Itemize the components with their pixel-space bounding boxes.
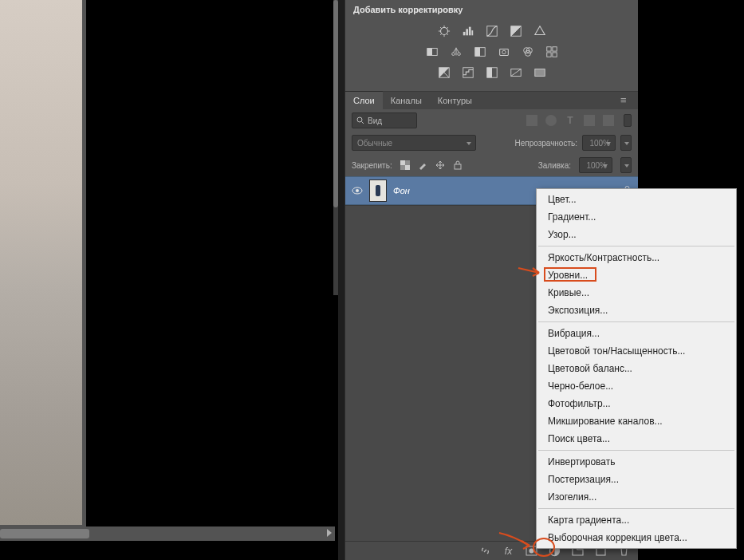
- vibrance-icon[interactable]: [531, 23, 549, 39]
- menu-curves[interactable]: Кривые...: [537, 284, 736, 302]
- menu-invert[interactable]: Инвертировать: [537, 453, 736, 471]
- layer-visibility-icon[interactable]: [352, 187, 363, 195]
- svg-rect-19: [546, 47, 550, 51]
- hscroll-thumb[interactable]: [0, 529, 89, 538]
- menu-brightness-contrast[interactable]: Яркость/Контрастность...: [537, 249, 736, 266]
- layer-filter-label: Вид: [368, 116, 382, 125]
- lock-all-icon[interactable]: [453, 160, 463, 170]
- layer-thumbnail[interactable]: [369, 179, 387, 202]
- levels-icon[interactable]: [459, 23, 477, 39]
- opacity-value: 100%: [589, 139, 610, 148]
- layer-filter-row: Вид T: [345, 109, 638, 132]
- svg-rect-35: [455, 164, 461, 169]
- svg-rect-8: [427, 49, 431, 56]
- svg-rect-1: [463, 32, 465, 35]
- tab-layers[interactable]: Слои: [345, 92, 383, 109]
- svg-point-9: [451, 53, 455, 56]
- menu-color-balance[interactable]: Цветовой баланс...: [537, 360, 736, 377]
- fill-flyout-button[interactable]: [620, 157, 632, 173]
- document-photo: [0, 0, 82, 525]
- link-layers-icon[interactable]: [479, 545, 491, 557]
- svg-rect-33: [405, 160, 410, 165]
- canvas-area: [0, 0, 338, 560]
- svg-rect-24: [463, 68, 472, 77]
- filter-type-icon[interactable]: T: [565, 115, 576, 126]
- svg-rect-26: [486, 68, 491, 77]
- fill-label: Заливка:: [538, 161, 571, 170]
- svg-point-10: [457, 53, 460, 56]
- panel-separator[interactable]: [338, 0, 344, 560]
- lock-label: Закрепить:: [352, 161, 392, 170]
- filter-smart-icon[interactable]: [603, 115, 614, 126]
- tab-paths[interactable]: Контуры: [430, 92, 480, 109]
- document-viewport[interactable]: [0, 0, 86, 541]
- menu-photo-filter[interactable]: Фотофильтр...: [537, 395, 736, 412]
- svg-rect-31: [400, 160, 405, 165]
- svg-rect-32: [405, 165, 410, 170]
- menu-exposure[interactable]: Экспозиция...: [537, 302, 736, 319]
- opacity-label: Непрозрачность:: [514, 139, 577, 148]
- lock-pixels-icon[interactable]: [418, 160, 427, 170]
- svg-rect-20: [552, 47, 556, 51]
- hue-saturation-icon[interactable]: [423, 44, 441, 60]
- filter-adjustment-icon[interactable]: [545, 115, 557, 126]
- invert-icon[interactable]: [435, 65, 453, 81]
- fill-value: 100%: [586, 161, 607, 170]
- menu-hue-saturation[interactable]: Цветовой тон/Насыщенность...: [537, 342, 736, 360]
- opacity-value-combo[interactable]: 100%: [582, 135, 616, 151]
- filter-pixel-icon[interactable]: [526, 115, 537, 126]
- svg-rect-2: [466, 29, 468, 35]
- selective-color-icon[interactable]: [507, 65, 525, 81]
- menu-gradient[interactable]: Градиент...: [537, 208, 736, 226]
- menu-posterize[interactable]: Постеризация...: [537, 471, 736, 488]
- svg-point-40: [529, 549, 534, 554]
- menu-selective-color[interactable]: Выборочная коррекция цвета...: [537, 529, 736, 546]
- svg-rect-14: [499, 49, 508, 55]
- menu-levels[interactable]: Уровни...: [537, 266, 736, 284]
- menu-threshold[interactable]: Изогелия...: [537, 488, 736, 506]
- lock-position-icon[interactable]: [435, 160, 445, 170]
- lock-transparent-icon[interactable]: [400, 160, 410, 170]
- blend-mode-combo[interactable]: Обычные: [352, 135, 476, 151]
- color-lookup-icon[interactable]: [543, 44, 561, 60]
- fill-value-combo[interactable]: 100%: [579, 157, 612, 173]
- svg-point-30: [357, 117, 362, 122]
- fill-adjustment-context-menu: Цвет... Градиент... Узор... Яркость/Конт…: [536, 188, 737, 549]
- menu-solid-color[interactable]: Цвет...: [537, 191, 736, 208]
- channel-mixer-icon[interactable]: [519, 44, 537, 60]
- threshold-icon[interactable]: [483, 65, 501, 81]
- hscroll-right-arrow-icon[interactable]: [327, 529, 332, 537]
- panel-menu-icon[interactable]: [620, 94, 635, 105]
- posterize-icon[interactable]: [459, 65, 477, 81]
- color-balance-icon[interactable]: [447, 44, 465, 60]
- adjustments-title: Добавить корректировку: [345, 0, 638, 21]
- curves-icon[interactable]: [483, 23, 501, 39]
- menu-black-white[interactable]: Черно-белое...: [537, 377, 736, 395]
- filter-shape-icon[interactable]: [584, 115, 595, 126]
- canvas-hscrollbar[interactable]: [0, 526, 335, 541]
- menu-vibrance[interactable]: Вибрация...: [537, 325, 736, 342]
- brightness-contrast-icon[interactable]: [435, 23, 453, 39]
- menu-separator: [538, 450, 734, 451]
- layer-filter-combo[interactable]: Вид: [352, 112, 417, 128]
- svg-point-15: [502, 50, 505, 53]
- bw-icon[interactable]: [471, 44, 489, 60]
- menu-separator: [538, 246, 734, 246]
- menu-color-lookup[interactable]: Поиск цвета...: [537, 430, 736, 448]
- tab-channels[interactable]: Каналы: [383, 92, 430, 109]
- opacity-flyout-button[interactable]: [620, 135, 632, 151]
- menu-gradient-map[interactable]: Карта градиента...: [537, 511, 736, 529]
- svg-rect-13: [474, 48, 479, 57]
- exposure-icon[interactable]: [507, 23, 525, 39]
- svg-rect-3: [468, 27, 470, 36]
- blend-mode-value: Обычные: [357, 139, 392, 148]
- menu-channel-mixer[interactable]: Микширование каналов...: [537, 412, 736, 430]
- svg-point-37: [356, 189, 359, 192]
- gradient-map-icon[interactable]: [531, 65, 549, 81]
- layer-style-icon[interactable]: fx: [502, 545, 514, 557]
- menu-pattern[interactable]: Узор...: [537, 226, 736, 243]
- photo-filter-icon[interactable]: [495, 44, 513, 60]
- lock-row: Закрепить: Заливка: 100%: [345, 154, 638, 176]
- menu-separator: [538, 321, 734, 322]
- filter-toggle-switch[interactable]: [624, 114, 632, 127]
